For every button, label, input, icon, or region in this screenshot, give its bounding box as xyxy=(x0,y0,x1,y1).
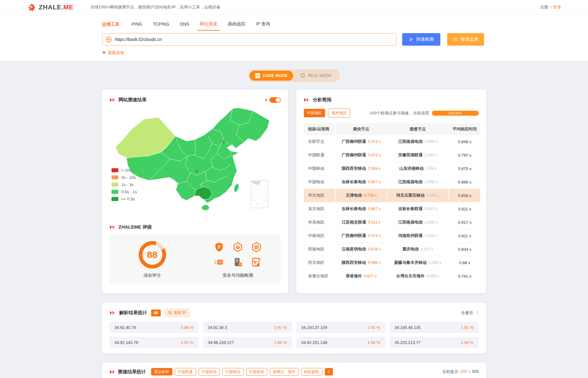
filter-chip-7[interactable]: 响应超时 xyxy=(301,368,322,375)
slow-monitor-button[interactable]: 慢速监测 xyxy=(447,33,484,46)
fastest-time: 0.473 s xyxy=(368,153,381,157)
ip-results-grid: 34.92.40.783.88 %34.92.36.32.91 %34.150.… xyxy=(110,322,479,348)
rating-title: ZHALEME 评级 xyxy=(119,224,152,230)
ip-item[interactable]: 34.96.239.2271.94 % xyxy=(203,337,292,348)
table-row[interactable]: 全部节点广西柳州联通0.473 s江西南昌电信2.009 s0.848 s xyxy=(304,135,479,149)
legend-swatch xyxy=(111,175,118,179)
filter-chip-1[interactable]: 显示全部 xyxy=(151,368,172,375)
analysis-card: 分析简报 中国地区 海外地区 103个检测点参与测速，当前进度 100.00% … xyxy=(296,89,486,293)
ip-percent: 1.94 % xyxy=(461,340,473,345)
ip-item[interactable]: 34.92.40.783.88 % xyxy=(110,322,199,333)
ip-item[interactable]: 34.92.251.1381.94 % xyxy=(296,337,385,348)
filter-chip-6[interactable]: 港澳台、海外 xyxy=(270,368,299,375)
progress-bar: 100.00% xyxy=(432,111,479,116)
real-mode-button[interactable]: REAL MODE xyxy=(293,73,338,78)
node-name: 新疆乌鲁木齐移动 xyxy=(394,260,427,265)
column-header: 线路/运营商 xyxy=(304,123,335,135)
table-row[interactable]: 华东地区江苏南京联通0.511 s江西南昌电信2.009 s0.917 s xyxy=(304,216,479,229)
dns-stats-title: 解析结果统计 xyxy=(119,310,147,316)
table-row[interactable]: 中南地区广西柳州联通0.473 s河南郑州联通1.103 s0.811 s xyxy=(304,229,479,243)
analysis-table: 线路/运营商最快节点最慢节点平均响应时间 全部节点广西柳州联通0.473 s江西… xyxy=(304,123,479,283)
logo-burst-icon xyxy=(27,3,36,12)
tool-tab-3[interactable]: DNS xyxy=(180,22,189,27)
filter-chip-5[interactable]: 中国多线 xyxy=(246,368,267,375)
ip-percent: 1.94 % xyxy=(368,340,380,345)
code-icon: </> xyxy=(255,73,260,78)
slowest-time: 2.009 s xyxy=(424,180,437,184)
tab-china-region[interactable]: 中国地区 xyxy=(304,109,325,117)
line-name: 西北地区 xyxy=(304,256,335,269)
ip-percent: 2.91 % xyxy=(181,340,193,345)
line-name: 华北地区 xyxy=(304,189,335,202)
node-name: 吉林长春电信 xyxy=(342,206,366,212)
tool-tab-4[interactable]: 网站测速 xyxy=(200,21,217,28)
slowest-time: 1.095 s xyxy=(428,260,441,265)
tool-tab-5[interactable]: 路由追踪 xyxy=(228,21,245,28)
filter-chip-2[interactable]: 中国联通 xyxy=(175,368,196,375)
table-row[interactable]: 西北地区陕西西安移动0.598 s新疆乌鲁木齐移动1.095 s0.88 s xyxy=(304,256,479,270)
slowest-node-cell: 安徽芜湖联通1.165 s xyxy=(387,149,448,162)
url-input[interactable] xyxy=(102,33,397,46)
tab-overseas-region[interactable]: 海外地区 xyxy=(328,108,350,118)
avg-response-time: 0.741 s xyxy=(449,270,481,283)
table-row[interactable]: 中国联通广西柳州联通0.473 s安徽芜湖联通1.165 s0.797 s xyxy=(304,149,479,162)
filter-chip-3[interactable]: 中国移动 xyxy=(199,368,220,375)
slowest-time: 1.59 s xyxy=(426,166,436,171)
register-link[interactable]: 注册 xyxy=(540,4,548,10)
dns-stats-card: 解析结果统计 86 复制 IP 全展开 《 34.92.40.783.88 %3… xyxy=(102,303,486,354)
table-row[interactable]: 西南地区云南昆明电信0.676 s重庆电信1.117 s0.834 s xyxy=(304,243,479,256)
node-name: 重庆电信 xyxy=(403,246,419,252)
logo[interactable]: ZHALE.ME xyxy=(27,3,73,12)
table-row[interactable]: 港澳台地区香港海外0.627 s台湾台北市海外0.855 s0.741 s xyxy=(304,270,479,283)
node-name: 香港海外 xyxy=(346,273,362,279)
double-chevron-icon xyxy=(110,225,116,229)
card-title: 网站测速结果 xyxy=(119,97,147,103)
legend-item: 0.5s - 1s xyxy=(111,189,137,194)
copy-ip-button[interactable]: 复制 IP xyxy=(165,308,190,317)
table-row[interactable]: 中国移动陕西西安移动0.598 s山东济南移动1.59 s0.875 s xyxy=(304,162,479,175)
ip-address: 35.220.213.77 xyxy=(395,340,421,345)
avg-response-time: 0.811 s xyxy=(449,202,481,215)
avg-response-time: 0.816 s xyxy=(449,189,481,202)
quick-test-button[interactable]: 快速检测 xyxy=(402,33,440,46)
table-row[interactable]: 华北地区天津电信0.726 s河北石家庄移动1.106 s0.816 s xyxy=(304,189,479,202)
ip-item[interactable]: 34.92.142.792.91 % xyxy=(110,337,199,348)
advanced-options-toggle[interactable]: 高级选项 xyxy=(102,50,124,56)
fastest-time: 0.473 s xyxy=(368,139,381,144)
ip-item[interactable]: 34.150.49.1352.91 % xyxy=(390,322,479,333)
map-mode-switch[interactable] xyxy=(269,97,281,103)
tool-tab-2[interactable]: TCPING xyxy=(153,22,169,27)
ip-item[interactable]: 34.150.37.1092.91 % xyxy=(296,322,385,333)
login-link[interactable]: 登录 xyxy=(553,4,561,10)
slowest-node-cell: 江西南昌电信2.009 s xyxy=(387,216,448,229)
slowest-time: 1.103 s xyxy=(424,234,437,238)
slowest-time: 0.932 s xyxy=(424,207,437,211)
code-mode-button[interactable]: </> CODE MODE xyxy=(250,71,293,81)
china-map[interactable] xyxy=(114,106,276,212)
ip-count-badge: 86 xyxy=(151,310,161,316)
node-name: 陕西西安移动 xyxy=(342,260,366,265)
showing-total: 103 xyxy=(472,369,479,375)
legend-label: 0.5s - 1s xyxy=(121,189,137,194)
table-row[interactable]: 东北地区吉林长春电信0.667 s吉林长春联通0.932 s0.811 s xyxy=(304,202,479,216)
expand-all-button[interactable]: 全展开 《 xyxy=(461,310,479,316)
node-name: 江西南昌电信 xyxy=(398,219,422,225)
avg-response-time: 0.886 s xyxy=(449,175,481,189)
auth-links: 注册 / 登录 xyxy=(540,4,561,10)
ip-percent: 3.88 % xyxy=(181,325,193,330)
node-name: 江苏南京联通 xyxy=(342,219,366,225)
ip-item[interactable]: 34.92.36.32.91 % xyxy=(203,322,292,333)
ip-item[interactable]: 35.220.213.771.94 % xyxy=(390,337,479,348)
node-name: 吉林长春电信 xyxy=(342,179,366,185)
pulse-icon xyxy=(106,36,112,44)
score-value: 88 xyxy=(142,245,162,265)
table-row[interactable]: 中国电信吉林长春电信0.667 s江西南昌电信2.009 s0.886 s xyxy=(304,175,479,189)
fastest-node-cell: 香港海外0.627 s xyxy=(336,270,386,283)
filter-chip-4[interactable]: 中国电信 xyxy=(222,368,244,375)
tool-tab-6[interactable]: IP 查询 xyxy=(256,21,270,28)
tool-tab-1[interactable]: PING xyxy=(131,22,142,27)
filter-chip-8[interactable]: 2 xyxy=(325,368,333,375)
legend-swatch xyxy=(111,190,118,194)
legend-item: > 10s xyxy=(111,168,137,173)
double-chevron-icon xyxy=(304,98,310,102)
